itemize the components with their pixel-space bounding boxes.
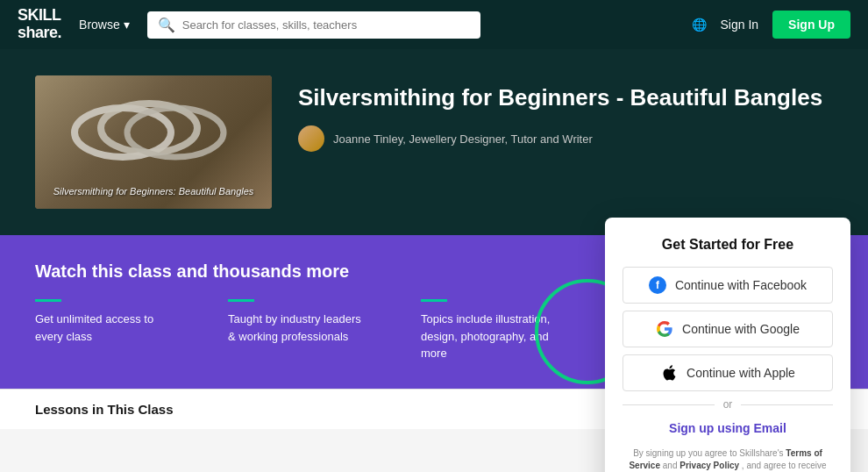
feature-item-1: Get unlimited access to every class [35, 299, 175, 362]
feature-bar-3 [421, 299, 447, 302]
author-name: Joanne Tinley, Jewellery Designer, Tutor… [333, 132, 593, 146]
google-signup-button[interactable]: Continue with Google [623, 311, 833, 347]
search-icon: 🔍 [158, 17, 175, 33]
facebook-button-label: Continue with Facebook [675, 278, 807, 292]
or-line-left [623, 404, 715, 405]
course-image-text: Silversmithing for Beginners: Beautiful … [35, 185, 272, 198]
apple-icon [660, 364, 678, 382]
privacy-link[interactable]: Privacy Policy [679, 461, 739, 470]
header-right: 🌐 Sign In Sign Up [692, 11, 850, 39]
globe-icon: 🌐 [692, 18, 707, 32]
language-button[interactable]: 🌐 [692, 18, 707, 32]
hero-content: Silversmithing for Beginners - Beautiful… [298, 75, 833, 152]
card-title: Get Started for Free [623, 237, 833, 253]
apple-button-label: Continue with Apple [687, 366, 795, 380]
google-button-label: Continue with Google [682, 322, 800, 336]
or-divider: or [623, 398, 833, 411]
search-bar: 🔍 [147, 11, 480, 39]
features-wrapper: Watch this class and thousands more Get … [0, 235, 868, 389]
hero-section: Silversmithing for Beginners: Beautiful … [0, 49, 868, 235]
search-input[interactable] [182, 18, 470, 32]
feature-bar-2 [228, 299, 254, 302]
logo: SKILL share. [18, 7, 61, 42]
feature-text-2: Taught by industry leaders & working pro… [228, 311, 368, 345]
google-icon [656, 320, 673, 338]
browse-button[interactable]: Browse ▾ [79, 18, 130, 32]
author-avatar [298, 125, 324, 152]
facebook-signup-button[interactable]: f Continue with Facebook [623, 267, 833, 304]
chevron-down-icon: ▾ [124, 18, 130, 32]
course-thumbnail: Silversmithing for Beginners: Beautiful … [35, 75, 272, 209]
apple-signup-button[interactable]: Continue with Apple [623, 354, 833, 391]
signin-button[interactable]: Sign In [721, 18, 759, 32]
feature-item-2: Taught by industry leaders & working pro… [228, 299, 368, 362]
card-disclaimer: By signing up you agree to Skillshare's … [623, 447, 833, 472]
feature-text-1: Get unlimited access to every class [35, 311, 175, 345]
or-text: or [723, 398, 733, 411]
course-title: Silversmithing for Beginners - Beautiful… [298, 84, 833, 111]
facebook-icon: f [649, 276, 666, 294]
signup-card: Get Started for Free f Continue with Fac… [605, 218, 850, 472]
header: SKILL share. Browse ▾ 🔍 🌐 Sign In Sign U… [0, 0, 868, 49]
feature-bar-1 [35, 299, 61, 302]
or-line-right [741, 404, 833, 405]
author-row: Joanne Tinley, Jewellery Designer, Tutor… [298, 125, 833, 152]
email-signup-link[interactable]: Sign up using Email [623, 418, 833, 439]
lessons-title: Lessons in This Class [35, 402, 174, 417]
signup-button[interactable]: Sign Up [772, 11, 850, 39]
